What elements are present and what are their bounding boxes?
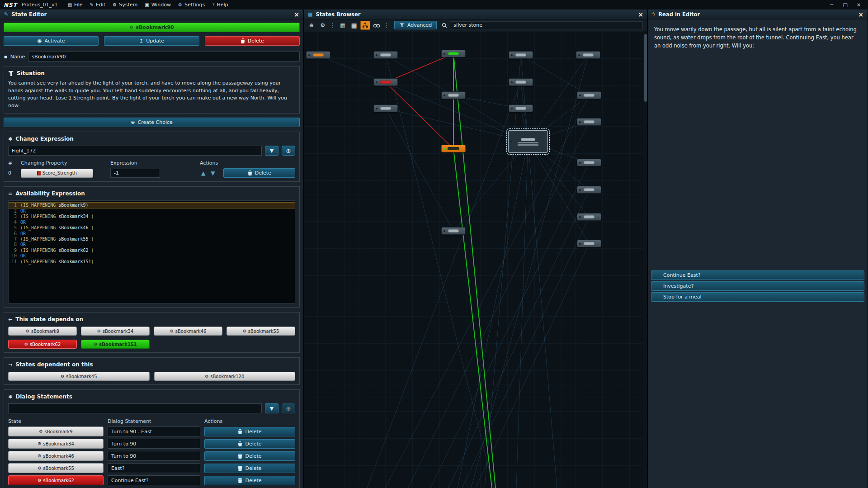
- state-chip-sBookmark34[interactable]: ⚙sBookmark34: [81, 327, 150, 336]
- dialog-statement-input[interactable]: [108, 451, 200, 461]
- close-icon[interactable]: ×: [638, 11, 643, 18]
- delete-dialog-button[interactable]: Delete: [204, 427, 295, 436]
- dialog-statement-input[interactable]: [108, 439, 200, 449]
- change-expression-select[interactable]: [8, 146, 262, 156]
- activate-button[interactable]: ◉ Activate: [4, 36, 99, 46]
- delete-dialog-button[interactable]: Delete: [204, 451, 295, 461]
- graph-node[interactable]: [441, 50, 466, 57]
- move-up-icon[interactable]: ▲: [200, 170, 207, 176]
- name-input[interactable]: [28, 52, 300, 62]
- state-chip-sBookmark62[interactable]: ⚙sBookmark62: [8, 340, 77, 349]
- advanced-filter-button[interactable]: Advanced: [394, 21, 437, 29]
- graph-node[interactable]: [577, 118, 601, 126]
- move-down-icon[interactable]: ▼: [209, 170, 216, 176]
- graph-node[interactable]: [306, 51, 330, 59]
- graph-node[interactable]: [577, 186, 601, 194]
- delete-dialog-button[interactable]: Delete: [204, 476, 295, 485]
- state-chip-sBookmark55[interactable]: ⚙sBookmark55: [8, 463, 104, 473]
- kebab-menu-icon[interactable]: ⋮: [383, 22, 390, 28]
- minimize-icon[interactable]: −: [830, 2, 834, 8]
- add-node-icon[interactable]: ⊕: [307, 21, 316, 30]
- table-view-icon[interactable]: ▦: [349, 21, 359, 30]
- graph-node[interactable]: [509, 104, 533, 112]
- node-graph-canvas[interactable]: [304, 31, 647, 488]
- update-button[interactable]: ↥ Update: [104, 36, 199, 46]
- menu-item-system[interactable]: ⚙System: [109, 0, 141, 9]
- graph-node[interactable]: [373, 51, 398, 59]
- graph-node[interactable]: [373, 78, 398, 86]
- close-icon[interactable]: ×: [858, 11, 863, 18]
- close-window-icon[interactable]: ×: [857, 2, 861, 8]
- search-input[interactable]: [450, 21, 643, 29]
- dialog-statement-input[interactable]: [108, 463, 200, 473]
- availability-code-editor[interactable]: 1(IS_HAPPENING sBookmark9)2OR3(IS_HAPPEN…: [8, 200, 295, 303]
- graph-node[interactable]: [509, 78, 533, 86]
- add-dialog-button[interactable]: ⊕: [282, 403, 295, 413]
- activate-icon: ◉: [38, 38, 42, 44]
- availability-line[interactable]: 8OR: [9, 242, 295, 247]
- expression-input[interactable]: [110, 169, 160, 178]
- dropdown-button[interactable]: ▼: [265, 403, 278, 413]
- delete-row-button[interactable]: Delete: [223, 168, 295, 178]
- state-chip-sBookmark151[interactable]: ⚙sBookmark151: [81, 340, 150, 349]
- graph-node[interactable]: [577, 91, 601, 99]
- availability-line[interactable]: 3(IS_HAPPENING sBookmark34 ): [9, 214, 295, 219]
- graph-node[interactable]: [576, 51, 600, 59]
- graph-node[interactable]: [577, 159, 601, 166]
- state-chip-sBookmark9[interactable]: ⚙sBookmark9: [8, 426, 104, 436]
- menu-item-help[interactable]: ?Help: [208, 0, 231, 9]
- delete-dialog-button[interactable]: Delete: [204, 439, 295, 449]
- availability-line[interactable]: 2OR: [9, 208, 295, 214]
- dialog-select[interactable]: [8, 403, 262, 413]
- menu-item-edit[interactable]: ✎Edit: [86, 0, 109, 9]
- maximize-icon[interactable]: ▢: [843, 2, 847, 8]
- graph-node[interactable]: [577, 213, 601, 221]
- graph-node[interactable]: [441, 91, 466, 99]
- dialog-statement-input[interactable]: [108, 426, 200, 436]
- graph-node[interactable]: [441, 227, 466, 235]
- menu-item-window[interactable]: ▣Window: [141, 0, 175, 9]
- read-choice-button[interactable]: Stop for a meal: [651, 292, 864, 302]
- read-choice-button[interactable]: Investigate?: [651, 281, 864, 291]
- binoculars-icon[interactable]: [372, 21, 382, 30]
- graph-node[interactable]: [373, 104, 398, 112]
- menu-item-settings[interactable]: ⚙Settings: [175, 0, 208, 9]
- read-choice-button[interactable]: Continue East?: [651, 270, 864, 280]
- scrollbar-thumb[interactable]: [644, 34, 647, 102]
- state-chip-sBookmark46[interactable]: ⚙sBookmark46: [8, 451, 104, 461]
- state-chip-sBookmark62[interactable]: ⚙sBookmark62: [8, 475, 104, 485]
- availability-line[interactable]: 9(IS_HAPPENING sBookmark62 ): [9, 248, 295, 253]
- graph-node[interactable]: [508, 130, 548, 153]
- graph-node[interactable]: [509, 51, 533, 59]
- grid-view-icon[interactable]: ▦: [338, 21, 348, 30]
- state-chip-sBookmark120[interactable]: ⚙sBookmark120: [154, 372, 296, 381]
- availability-line[interactable]: 10OR: [9, 253, 295, 259]
- state-chip-sBookmark45[interactable]: ⚙sBookmark45: [8, 372, 150, 381]
- availability-line[interactable]: 5(IS_HAPPENING sBookmark46 ): [9, 225, 295, 231]
- gear-icon[interactable]: ⚙: [318, 21, 328, 30]
- delete-state-button[interactable]: Delete: [205, 36, 300, 46]
- delete-dialog-button[interactable]: Delete: [204, 464, 295, 473]
- graph-node[interactable]: [441, 145, 466, 152]
- state-chip-sBookmark9[interactable]: ⚙sBookmark9: [8, 327, 77, 336]
- property-chip[interactable]: Score_Strength: [21, 169, 93, 178]
- availability-line[interactable]: 6OR: [9, 231, 295, 237]
- graph-node[interactable]: [577, 240, 601, 247]
- state-chip-sBookmark55[interactable]: ⚙sBookmark55: [226, 327, 295, 336]
- create-choice-button[interactable]: ⊕ Create Choice: [4, 118, 300, 127]
- menu-item-file[interactable]: ▤File: [64, 0, 86, 9]
- availability-line[interactable]: 11(IS_HAPPENING sBookmark151): [9, 259, 295, 265]
- kebab-menu-icon[interactable]: ⋮: [329, 22, 336, 28]
- dropdown-button[interactable]: ▼: [265, 146, 278, 156]
- availability-line[interactable]: 7(IS_HAPPENING sBookmark55 ): [9, 237, 295, 242]
- availability-line[interactable]: 4OR: [9, 220, 295, 225]
- hierarchy-view-icon[interactable]: [360, 21, 370, 30]
- add-expression-button[interactable]: ⊕: [282, 146, 295, 156]
- close-icon[interactable]: ×: [294, 11, 299, 18]
- state-chip-sBookmark34[interactable]: ⚙sBookmark34: [8, 439, 104, 449]
- state-chip-sBookmark46[interactable]: ⚙sBookmark46: [154, 327, 222, 336]
- availability-line[interactable]: 1(IS_HAPPENING sBookmark9): [9, 202, 295, 208]
- current-state-button[interactable]: ⚙ sBookmark90: [4, 23, 300, 32]
- graph-scrollbar[interactable]: [643, 31, 647, 488]
- dialog-statement-input[interactable]: [108, 475, 200, 485]
